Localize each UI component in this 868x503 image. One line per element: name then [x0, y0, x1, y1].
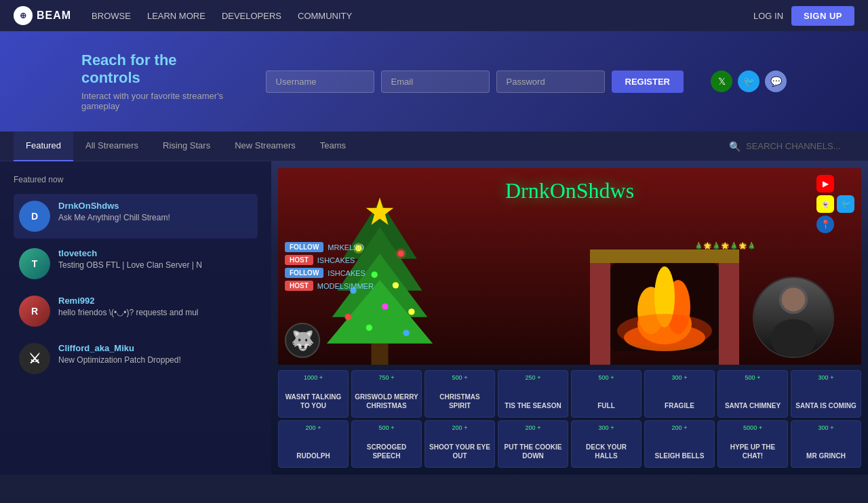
nav-developers[interactable]: DEVELOPERS: [222, 11, 281, 21]
list-item[interactable]: 300 + DECK YOUR HALLS: [571, 420, 642, 468]
youtube-icon[interactable]: ▶: [816, 175, 834, 193]
tab-all-streamers[interactable]: All Streamers: [73, 132, 151, 161]
chat-item: HOST ISHCAKES: [285, 255, 374, 265]
avatar: T: [19, 248, 50, 279]
chat-item: HOST MODELSIMMER: [285, 281, 374, 291]
fireplace-decoration: [590, 229, 739, 365]
host-badge[interactable]: HOST: [285, 255, 313, 265]
streamer-webcam: [754, 278, 833, 357]
button-cost: 300 +: [599, 424, 614, 431]
nav-learn-more[interactable]: LEARN MORE: [147, 11, 205, 21]
stream-social-icons: ▶ 👻 🐦 📍: [816, 175, 854, 233]
button-label: PUT THE COOKIE DOWN: [501, 443, 565, 460]
tab-new-streamers[interactable]: New Streamers: [222, 132, 308, 161]
featured-label: Featured now: [14, 175, 258, 184]
button-cost: 200 +: [306, 424, 321, 431]
tab-rising-stars[interactable]: Rising Stars: [151, 132, 222, 161]
chat-item: FOLLOW ISHCAKES: [285, 268, 374, 278]
tab-teams[interactable]: Teams: [308, 132, 358, 161]
nav-community[interactable]: COMMUNITY: [298, 11, 352, 21]
nav-logo[interactable]: ⊕ BEAM: [14, 6, 71, 25]
button-cost: 300 +: [818, 424, 834, 431]
list-item[interactable]: 200 + SHOOT YOUR EYE OUT: [425, 420, 495, 468]
svg-point-13: [366, 325, 372, 331]
button-label: CHRISTMAS SPIRIT: [428, 393, 492, 410]
login-button[interactable]: LOG IN: [753, 11, 783, 21]
button-cost: 200 +: [526, 424, 541, 431]
search-icon: 🔍: [729, 141, 741, 152]
password-field[interactable]: [496, 71, 605, 93]
xbox-login-icon[interactable]: 𝕏: [711, 71, 732, 92]
list-item[interactable]: 1000 + WASNT TALKING TO YOU: [278, 370, 349, 418]
button-label: SANTA IS COMING: [795, 401, 856, 410]
avatar: D: [19, 201, 50, 232]
streamer-name: Clifford_aka_Miku: [58, 343, 252, 353]
button-cost: 1000 +: [304, 374, 323, 381]
list-item[interactable]: 500 + SCROOGED SPEECH: [351, 420, 422, 468]
button-cost: 500 +: [599, 374, 614, 381]
list-item[interactable]: 250 + TIS THE SEASON: [498, 370, 568, 418]
button-cost: 500 +: [452, 374, 468, 381]
streamer-game: Ask Me Anything! Chill Stream!: [58, 213, 252, 222]
signup-button[interactable]: SIGN UP: [791, 6, 854, 26]
navbar: ⊕ BEAM BROWSE LEARN MORE DEVELOPERS COMM…: [0, 0, 868, 31]
snapchat-icon[interactable]: 👻: [816, 195, 834, 213]
location-icon[interactable]: 📍: [816, 216, 834, 233]
button-cost: 5000 +: [743, 424, 762, 431]
button-cost: 300 +: [818, 374, 834, 381]
button-label: WASNT TALKING TO YOU: [281, 393, 345, 410]
chat-username: MODELSIMMER: [317, 282, 374, 290]
list-item[interactable]: 500 + CHRISTMAS SPIRIT: [425, 370, 495, 418]
list-item[interactable]: 750 + GRISWOLD MERRY CHRISTMAS: [351, 370, 422, 418]
streamer-info: Remi992 hello friendos \(•◡•)? requests …: [58, 296, 252, 317]
button-label: FULL: [597, 401, 615, 410]
hero-form: REGISTER: [266, 71, 684, 93]
username-field[interactable]: [266, 71, 374, 93]
svg-point-16: [395, 248, 406, 259]
hero-section: Reach for the controls Interact with you…: [0, 31, 868, 132]
social-login-icons: 𝕏 🐦 💬: [711, 71, 787, 92]
host-badge[interactable]: HOST: [285, 281, 313, 291]
list-item[interactable]: 500 + SANTA CHIMNEY: [717, 370, 788, 418]
button-label: SCROOGED SPEECH: [355, 443, 418, 460]
twitter-login-icon[interactable]: 🐦: [738, 71, 760, 92]
search-input[interactable]: [746, 141, 854, 151]
stream-player: 🎄🌟🎄🌟🎄🌟🎄 DrnkOnShdws FOLLOW MRKELSO HOST …: [278, 168, 861, 365]
hero-headline: Reach for the controls: [81, 52, 239, 87]
tab-featured[interactable]: Featured: [14, 132, 73, 161]
list-item[interactable]: T tlovetech Testing OBS FTL | Love Clan …: [14, 241, 258, 286]
list-item[interactable]: 200 + RUDOLPH: [278, 420, 349, 468]
streamer-name: Remi992: [58, 296, 252, 306]
follow-badge[interactable]: FOLLOW: [285, 242, 323, 252]
button-label: TIS THE SEASON: [505, 401, 561, 410]
list-item[interactable]: 300 + SANTA IS COMING: [791, 370, 861, 418]
list-item[interactable]: 300 + MR GRINCH: [791, 420, 861, 468]
list-item[interactable]: D DrnkOnShdws Ask Me Anything! Chill Str…: [14, 194, 258, 239]
button-label: SLEIGH BELLS: [655, 451, 705, 460]
streamer-name: tlovetech: [58, 248, 252, 258]
brand-name: BEAM: [37, 9, 71, 22]
mascot-avatar: 🐺: [285, 323, 320, 358]
list-item[interactable]: ⚔ Clifford_aka_Miku New Optimization Pat…: [14, 336, 258, 381]
svg-rect-20: [590, 263, 610, 365]
list-item[interactable]: 500 + FULL: [571, 370, 642, 418]
list-item[interactable]: 300 + FRAGILE: [644, 370, 715, 418]
discord-login-icon[interactable]: 💬: [765, 71, 787, 92]
register-button[interactable]: REGISTER: [612, 71, 684, 93]
list-item[interactable]: R Remi992 hello friendos \(•◡•)? request…: [14, 289, 258, 334]
chat-username: ISHCAKES: [317, 256, 355, 264]
twitter-stream-icon[interactable]: 🐦: [837, 195, 854, 213]
list-item[interactable]: 200 + PUT THE COOKIE DOWN: [498, 420, 568, 468]
nav-right: LOG IN SIGN UP: [753, 6, 854, 26]
button-cost: 200 +: [672, 424, 688, 431]
follow-badge[interactable]: FOLLOW: [285, 268, 323, 278]
button-label: GRISWOLD MERRY CHRISTMAS: [355, 393, 418, 410]
button-label: HYPE UP THE CHAT!: [721, 443, 785, 460]
stream-logo: DrnkOnShdws: [505, 178, 634, 203]
nav-browse[interactable]: BROWSE: [92, 11, 131, 21]
button-cost: 500 +: [379, 424, 395, 431]
email-field[interactable]: [381, 71, 490, 93]
list-item[interactable]: 5000 + HYPE UP THE CHAT!: [717, 420, 788, 468]
list-item[interactable]: 200 + SLEIGH BELLS: [644, 420, 715, 468]
sidebar: Featured now D DrnkOnShdws Ask Me Anythi…: [0, 161, 271, 475]
